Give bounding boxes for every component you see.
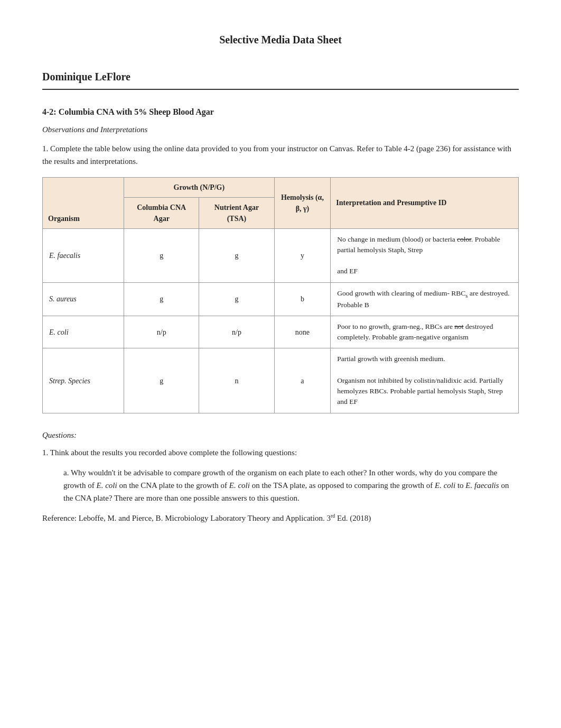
hemolysis-strep: a [274, 348, 331, 413]
th-columbia: Columbia CNA Agar [124, 197, 199, 228]
th-hemolysis-label: Hemolysis (α, β, γ) [281, 193, 324, 213]
organism-s-aureus: S. aureus [43, 282, 124, 316]
observations-label: Observations and Interpretations [42, 124, 519, 136]
table-row: S. aureus g g b Good growth with clearin… [43, 282, 519, 316]
data-table: Organism Growth (N/P/G) Hemolysis (α, β,… [42, 177, 519, 413]
organism-e-faecalis: E. faecalis [43, 228, 124, 282]
question-1a: a. Why wouldn't it be advisable to compa… [63, 466, 519, 504]
table-row: Strep. Species g n a Partial growth with… [43, 348, 519, 413]
hemolysis-s-aureus: b [274, 282, 331, 316]
columbia-e-faecalis: g [124, 228, 199, 282]
columbia-s-aureus: g [124, 282, 199, 316]
questions-label: Questions: [42, 429, 519, 441]
th-nutrient: Nutrient Agar (TSA) [199, 197, 274, 228]
nutrient-s-aureus: g [199, 282, 274, 316]
interp-e-coli: Poor to no growth, gram-neg., RBCs are n… [331, 316, 519, 348]
reference: Reference: Leboffe, M. and Pierce, B. Mi… [42, 512, 519, 524]
th-interpretation: Interpretation and Presumptive ID [331, 177, 519, 228]
table-row: E. coli n/p n/p none Poor to no growth, … [43, 316, 519, 348]
instructions: 1. Complete the table below using the on… [42, 142, 519, 168]
th-organism: Organism [43, 177, 124, 228]
columbia-strep: g [124, 348, 199, 413]
organism-e-coli: E. coli [43, 316, 124, 348]
nutrient-e-coli: n/p [199, 316, 274, 348]
columbia-e-coli: n/p [124, 316, 199, 348]
th-growth: Growth (N/P/G) [124, 177, 275, 197]
hemolysis-e-faecalis: y [274, 228, 331, 282]
student-name: Dominique LeFlore [42, 69, 519, 90]
section-title: 4-2: Columbia CNA with 5% Sheep Blood Ag… [42, 106, 519, 118]
nutrient-strep: n [199, 348, 274, 413]
page-title: Selective Media Data Sheet [42, 32, 519, 48]
question-1: 1. Think about the results you recorded … [42, 446, 519, 459]
th-hemolysis: Hemolysis (α, β, γ) [274, 177, 331, 228]
interp-e-faecalis: No change in medium (blood) or bacteria … [331, 228, 519, 282]
interp-s-aureus: Good growth with clearing of medium- RBC… [331, 282, 519, 316]
organism-strep: Strep. Species [43, 348, 124, 413]
nutrient-e-faecalis: g [199, 228, 274, 282]
interp-strep: Partial growth with greenish medium. Org… [331, 348, 519, 413]
table-row: E. faecalis g g y No change in medium (b… [43, 228, 519, 282]
hemolysis-e-coli: none [274, 316, 331, 348]
